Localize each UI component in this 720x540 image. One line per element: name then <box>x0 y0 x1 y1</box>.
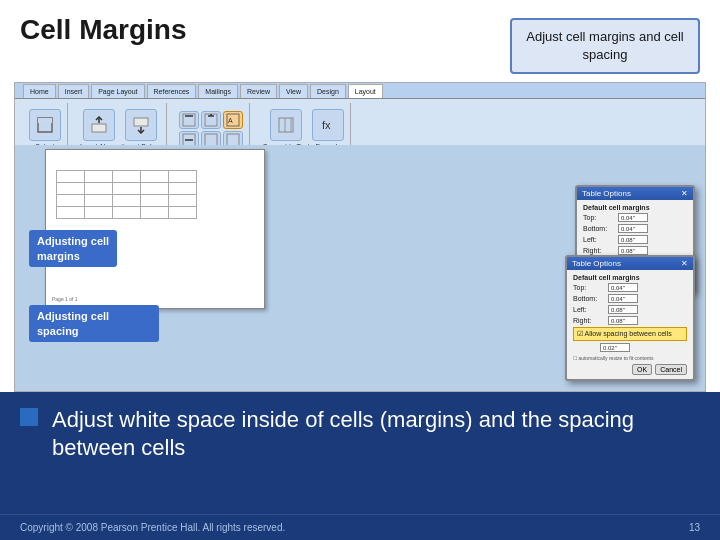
dialog-title-upper: Table Options ✕ <box>577 187 693 200</box>
tab-mailings[interactable]: Mailings <box>198 84 238 98</box>
slide: Cell Margins Adjust cell margins and cel… <box>0 0 720 540</box>
input-bottom[interactable]: 0.04" <box>618 224 648 233</box>
bullet-icon <box>20 408 38 426</box>
tab-view[interactable]: View <box>279 84 308 98</box>
dialog-close-lower[interactable]: ✕ <box>681 259 688 268</box>
input-right-2[interactable]: 0.08" <box>608 316 638 325</box>
tab-home[interactable]: Home <box>23 84 56 98</box>
dialog-title-text-lower: Table Options <box>572 259 621 268</box>
ribbon-group-convert: Convert to Text <box>262 109 309 150</box>
footer-copyright: Copyright © 2008 Pearson Prentice Hall. … <box>20 522 285 533</box>
svg-text:fx: fx <box>322 119 331 131</box>
dialog-table-options-lower[interactable]: Table Options ✕ Default cell margins Top… <box>565 255 695 381</box>
dialog-row-top-2: Top: 0.04" <box>573 283 687 292</box>
input-spacing[interactable]: 0.02" <box>600 343 630 352</box>
label-spacing-text: Adjusting cell spacing <box>37 310 109 336</box>
main-content-area: Cell Margins Adjust cell margins and cel… <box>0 0 720 400</box>
dialog-row-top: Top: 0.04" <box>583 213 687 222</box>
label-adjusting-spacing: Adjusting cell spacing <box>29 305 159 342</box>
align-top-right[interactable]: A <box>223 111 243 129</box>
dialog-body-lower: Default cell margins Top: 0.04" Bottom: … <box>567 270 693 379</box>
label-adjusting-margins: Adjusting cellmargins <box>29 230 117 267</box>
dialog-row-bottom-2: Bottom: 0.04" <box>573 294 687 303</box>
ribbon-tabs: Home Insert Page Layout References Maili… <box>15 83 705 99</box>
input-left[interactable]: 0.08" <box>618 235 648 244</box>
svg-rect-15 <box>205 134 217 146</box>
ribbon-group-select: Select <box>29 109 61 150</box>
ribbon-icon-insert-below[interactable] <box>125 109 157 141</box>
input-left-2[interactable]: 0.08" <box>608 305 638 314</box>
dialog-title-lower: Table Options ✕ <box>567 257 693 270</box>
ribbon-group-insert-below: Insert Below <box>122 109 161 150</box>
dialog-cancel-lower[interactable]: Cancel <box>655 364 687 375</box>
spacing-row: 0.02" <box>577 343 687 352</box>
mini-table <box>56 170 197 219</box>
svg-rect-2 <box>92 124 106 132</box>
input-top-2[interactable]: 0.04" <box>608 283 638 292</box>
tab-design[interactable]: Design <box>310 84 346 98</box>
align-top-left[interactable] <box>179 111 199 129</box>
ribbon-icon-insert-above[interactable] <box>83 109 115 141</box>
dialog-row-left-2: Left: 0.08" <box>573 305 687 314</box>
callout-box: Adjust cell margins and cell spacing <box>510 18 700 74</box>
bullet-row-1: Adjust white space inside of cells (marg… <box>20 406 700 461</box>
tab-layout[interactable]: Layout <box>348 84 383 98</box>
tab-references[interactable]: References <box>147 84 197 98</box>
svg-rect-4 <box>134 118 148 126</box>
callout-text: Adjust cell margins and cell spacing <box>526 29 684 62</box>
input-right[interactable]: 0.08" <box>618 246 648 255</box>
tab-insert[interactable]: Insert <box>58 84 90 98</box>
illustration-area: Home Insert Page Layout References Maili… <box>14 82 706 392</box>
dialog-title-text-upper: Table Options <box>582 189 631 198</box>
input-top[interactable]: 0.04" <box>618 213 648 222</box>
ribbon-icon-formula[interactable]: fx <box>312 109 344 141</box>
svg-text:A: A <box>228 117 233 124</box>
word-document: Page 1 of 1 <box>45 149 265 309</box>
footer-page-number: 13 <box>689 522 700 533</box>
dialog-close-upper[interactable]: ✕ <box>681 189 688 198</box>
label-margins-text: Adjusting cellmargins <box>37 235 109 261</box>
bullet-section: Adjust white space inside of cells (marg… <box>0 392 720 540</box>
title-bar: Cell Margins Adjust cell margins and cel… <box>0 0 720 82</box>
ribbon-icon-convert[interactable] <box>270 109 302 141</box>
align-top-center[interactable] <box>201 111 221 129</box>
input-bottom-2[interactable]: 0.04" <box>608 294 638 303</box>
dialog-ok-lower[interactable]: OK <box>632 364 652 375</box>
bullet-text: Adjust white space inside of cells (marg… <box>52 406 700 461</box>
tab-review[interactable]: Review <box>240 84 277 98</box>
dialog-row-bottom: Bottom: 0.04" <box>583 224 687 233</box>
tab-page-layout[interactable]: Page Layout <box>91 84 144 98</box>
ribbon-group-insert-above: Insert Above <box>80 109 119 150</box>
svg-rect-17 <box>229 136 237 144</box>
svg-rect-1 <box>38 118 52 123</box>
ribbon-group-formula: fx Formula <box>312 109 344 150</box>
page-title: Cell Margins <box>20 14 186 46</box>
dialog-row-right: Right: 0.08" <box>583 246 687 255</box>
ribbon-icon-select[interactable] <box>29 109 61 141</box>
dialog-row-right-2: Right: 0.08" <box>573 316 687 325</box>
doc-area: Page 1 of 1 Table Options ✕ Default cell… <box>15 145 705 391</box>
dialog-row-left: Left: 0.08" <box>583 235 687 244</box>
